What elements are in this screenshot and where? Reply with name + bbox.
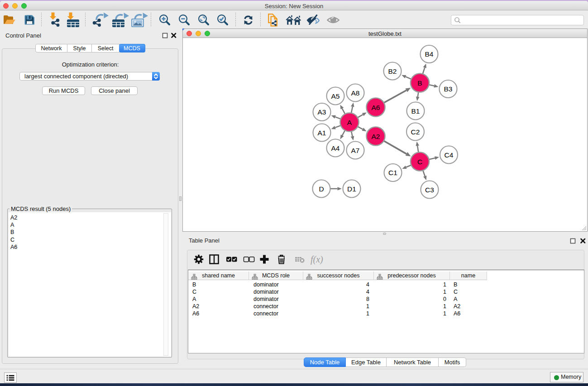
svg-text:f(x): f(x) — [311, 254, 323, 265]
svg-text:A1: A1 — [318, 129, 326, 137]
svg-text:C1: C1 — [388, 169, 397, 176]
svg-text:A: A — [347, 119, 352, 126]
svg-text:B4: B4 — [425, 50, 434, 58]
svg-text:C4: C4 — [445, 151, 454, 159]
svg-text:B: B — [417, 79, 422, 87]
svg-text:A4: A4 — [331, 144, 340, 152]
svg-text:A3: A3 — [318, 108, 326, 116]
svg-text:D: D — [319, 185, 324, 193]
svg-text:C2: C2 — [411, 128, 420, 136]
svg-text:A6: A6 — [372, 104, 380, 111]
svg-text:B3: B3 — [444, 85, 453, 93]
svg-text:C: C — [417, 158, 422, 166]
svg-text:A5: A5 — [331, 92, 340, 100]
svg-text:B2: B2 — [388, 67, 397, 75]
svg-text:B1: B1 — [411, 107, 420, 115]
svg-text:D1: D1 — [347, 185, 356, 193]
svg-text:A8: A8 — [351, 89, 360, 97]
svg-text:A7: A7 — [351, 147, 360, 154]
svg-text:A2: A2 — [372, 133, 380, 140]
svg-text:C3: C3 — [425, 186, 434, 194]
